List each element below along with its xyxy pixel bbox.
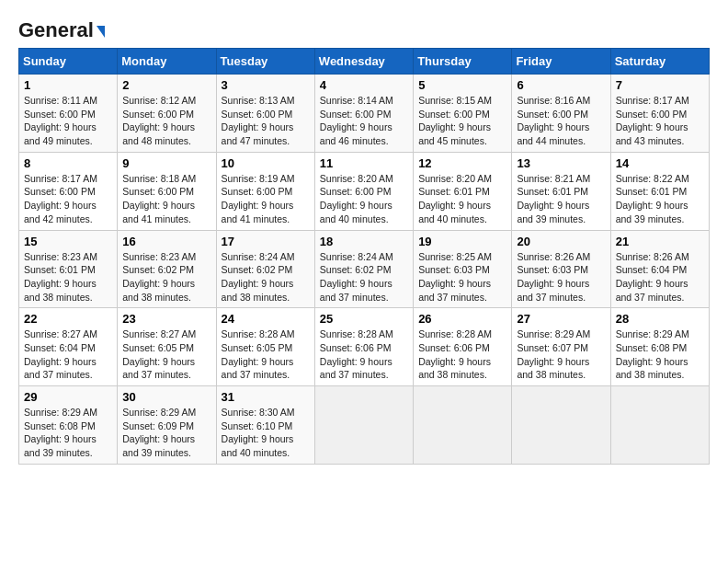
table-row (314, 386, 413, 465)
table-row: 27Sunrise: 8:29 AM Sunset: 6:07 PM Dayli… (512, 308, 610, 386)
table-row: 17Sunrise: 8:24 AM Sunset: 6:02 PM Dayli… (216, 230, 314, 308)
table-row: 25Sunrise: 8:28 AM Sunset: 6:06 PM Dayli… (314, 308, 413, 386)
day-info: Sunrise: 8:29 AM Sunset: 6:08 PM Dayligh… (616, 327, 704, 382)
day-info: Sunrise: 8:20 AM Sunset: 6:00 PM Dayligh… (320, 172, 408, 226)
day-number: 16 (122, 235, 210, 248)
day-number: 3 (222, 78, 310, 92)
day-info: Sunrise: 8:29 AM Sunset: 6:09 PM Dayligh… (122, 406, 210, 460)
table-row: 1Sunrise: 8:11 AM Sunset: 6:00 PM Daylig… (19, 75, 118, 153)
table-row: 4Sunrise: 8:14 AM Sunset: 6:00 PM Daylig… (314, 75, 413, 153)
day-number: 25 (320, 312, 408, 326)
day-info: Sunrise: 8:26 AM Sunset: 6:03 PM Dayligh… (517, 250, 605, 304)
day-info: Sunrise: 8:28 AM Sunset: 6:06 PM Dayligh… (418, 327, 506, 382)
day-number: 9 (122, 156, 210, 170)
dow-thursday: Thursday (414, 49, 512, 75)
dow-tuesday: Tuesday (216, 49, 314, 75)
day-number: 11 (320, 156, 408, 170)
table-row: 20Sunrise: 8:26 AM Sunset: 6:03 PM Dayli… (512, 230, 610, 308)
day-number: 17 (222, 235, 310, 248)
table-row: 19Sunrise: 8:25 AM Sunset: 6:03 PM Dayli… (414, 230, 512, 308)
dow-monday: Monday (118, 49, 216, 75)
day-number: 8 (24, 156, 112, 170)
dow-friday: Friday (512, 49, 610, 75)
table-row: 3Sunrise: 8:13 AM Sunset: 6:00 PM Daylig… (216, 75, 314, 153)
table-row: 9Sunrise: 8:18 AM Sunset: 6:00 PM Daylig… (118, 152, 216, 230)
day-info: Sunrise: 8:17 AM Sunset: 6:00 PM Dayligh… (616, 94, 704, 148)
day-number: 20 (517, 235, 605, 248)
table-row: 8Sunrise: 8:17 AM Sunset: 6:00 PM Daylig… (19, 152, 118, 230)
day-number: 1 (24, 78, 112, 92)
day-number: 19 (418, 235, 506, 248)
dow-sunday: Sunday (19, 49, 118, 75)
calendar-table: SundayMondayTuesdayWednesdayThursdayFrid… (18, 48, 710, 465)
day-number: 2 (122, 78, 210, 92)
day-number: 13 (517, 156, 605, 170)
day-number: 27 (517, 312, 605, 326)
day-number: 29 (24, 390, 112, 404)
day-info: Sunrise: 8:27 AM Sunset: 6:05 PM Dayligh… (122, 327, 210, 382)
day-number: 26 (418, 312, 506, 326)
day-info: Sunrise: 8:27 AM Sunset: 6:04 PM Dayligh… (24, 327, 112, 382)
day-number: 4 (320, 78, 408, 92)
table-row: 16Sunrise: 8:23 AM Sunset: 6:02 PM Dayli… (118, 230, 216, 308)
table-row: 28Sunrise: 8:29 AM Sunset: 6:08 PM Dayli… (610, 308, 709, 386)
day-info: Sunrise: 8:29 AM Sunset: 6:08 PM Dayligh… (24, 406, 112, 460)
table-row: 23Sunrise: 8:27 AM Sunset: 6:05 PM Dayli… (118, 308, 216, 386)
day-number: 6 (517, 78, 605, 92)
day-info: Sunrise: 8:12 AM Sunset: 6:00 PM Dayligh… (122, 94, 210, 148)
day-info: Sunrise: 8:18 AM Sunset: 6:00 PM Dayligh… (122, 172, 210, 226)
day-number: 31 (222, 390, 310, 404)
day-info: Sunrise: 8:19 AM Sunset: 6:00 PM Dayligh… (222, 172, 310, 226)
table-row: 18Sunrise: 8:24 AM Sunset: 6:02 PM Dayli… (314, 230, 413, 308)
day-number: 14 (616, 156, 704, 170)
day-number: 5 (418, 78, 506, 92)
day-number: 10 (222, 156, 310, 170)
day-number: 22 (24, 312, 112, 326)
day-info: Sunrise: 8:30 AM Sunset: 6:10 PM Dayligh… (222, 406, 310, 460)
logo: General (18, 18, 105, 39)
table-row: 10Sunrise: 8:19 AM Sunset: 6:00 PM Dayli… (216, 152, 314, 230)
day-info: Sunrise: 8:24 AM Sunset: 6:02 PM Dayligh… (320, 250, 408, 304)
day-info: Sunrise: 8:28 AM Sunset: 6:06 PM Dayligh… (320, 327, 408, 382)
day-info: Sunrise: 8:28 AM Sunset: 6:05 PM Dayligh… (222, 327, 310, 382)
day-info: Sunrise: 8:16 AM Sunset: 6:00 PM Dayligh… (517, 94, 605, 148)
day-info: Sunrise: 8:17 AM Sunset: 6:00 PM Dayligh… (24, 172, 112, 226)
page-header: General (18, 18, 710, 39)
day-info: Sunrise: 8:26 AM Sunset: 6:04 PM Dayligh… (616, 250, 704, 304)
table-row (512, 386, 610, 465)
day-number: 24 (222, 312, 310, 326)
table-row: 30Sunrise: 8:29 AM Sunset: 6:09 PM Dayli… (118, 386, 216, 465)
table-row (610, 386, 709, 465)
day-info: Sunrise: 8:29 AM Sunset: 6:07 PM Dayligh… (517, 327, 605, 382)
table-row: 26Sunrise: 8:28 AM Sunset: 6:06 PM Dayli… (414, 308, 512, 386)
table-row (414, 386, 512, 465)
table-row: 7Sunrise: 8:17 AM Sunset: 6:00 PM Daylig… (610, 75, 709, 153)
dow-wednesday: Wednesday (314, 49, 413, 75)
table-row: 2Sunrise: 8:12 AM Sunset: 6:00 PM Daylig… (118, 75, 216, 153)
day-info: Sunrise: 8:23 AM Sunset: 6:01 PM Dayligh… (24, 250, 112, 304)
table-row: 6Sunrise: 8:16 AM Sunset: 6:00 PM Daylig… (512, 75, 610, 153)
day-info: Sunrise: 8:14 AM Sunset: 6:00 PM Dayligh… (320, 94, 408, 148)
table-row: 29Sunrise: 8:29 AM Sunset: 6:08 PM Dayli… (19, 386, 118, 465)
table-row: 12Sunrise: 8:20 AM Sunset: 6:01 PM Dayli… (414, 152, 512, 230)
logo-general: General (18, 18, 94, 42)
day-number: 28 (616, 312, 704, 326)
day-number: 23 (122, 312, 210, 326)
table-row: 22Sunrise: 8:27 AM Sunset: 6:04 PM Dayli… (19, 308, 118, 386)
logo-arrow-icon (97, 26, 105, 38)
table-row: 14Sunrise: 8:22 AM Sunset: 6:01 PM Dayli… (610, 152, 709, 230)
day-info: Sunrise: 8:20 AM Sunset: 6:01 PM Dayligh… (418, 172, 506, 226)
table-row: 21Sunrise: 8:26 AM Sunset: 6:04 PM Dayli… (610, 230, 709, 308)
day-info: Sunrise: 8:11 AM Sunset: 6:00 PM Dayligh… (24, 94, 112, 148)
day-info: Sunrise: 8:15 AM Sunset: 6:00 PM Dayligh… (418, 94, 506, 148)
day-number: 7 (616, 78, 704, 92)
table-row: 24Sunrise: 8:28 AM Sunset: 6:05 PM Dayli… (216, 308, 314, 386)
day-number: 18 (320, 235, 408, 248)
table-row: 11Sunrise: 8:20 AM Sunset: 6:00 PM Dayli… (314, 152, 413, 230)
day-info: Sunrise: 8:22 AM Sunset: 6:01 PM Dayligh… (616, 172, 704, 226)
table-row: 15Sunrise: 8:23 AM Sunset: 6:01 PM Dayli… (19, 230, 118, 308)
day-number: 30 (122, 390, 210, 404)
dow-saturday: Saturday (610, 49, 709, 75)
day-info: Sunrise: 8:13 AM Sunset: 6:00 PM Dayligh… (222, 94, 310, 148)
day-info: Sunrise: 8:25 AM Sunset: 6:03 PM Dayligh… (418, 250, 506, 304)
